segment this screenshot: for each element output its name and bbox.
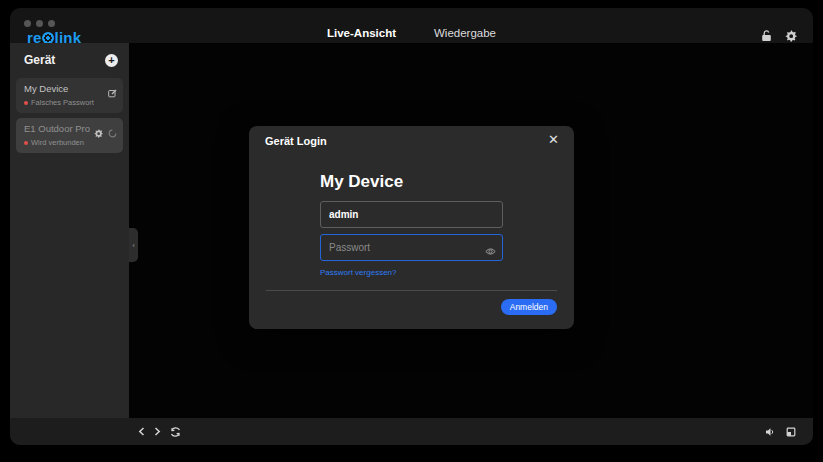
toolbar-right-controls (765, 418, 796, 445)
chevron-left-icon: ‹ (132, 241, 135, 250)
next-page-icon[interactable] (154, 427, 161, 436)
username-input[interactable] (320, 201, 503, 228)
device-status-text: Falsches Passwort (31, 98, 94, 107)
device-card-e1-outdoor-pro[interactable]: E1 Outdoor Pro Wird verbunden (16, 118, 123, 153)
modal-divider (266, 290, 557, 291)
window-close-button[interactable] (24, 20, 31, 27)
device-login-modal: Gerät Login ✕ My Device Passwort vergess… (249, 126, 574, 329)
device-status: Falsches Passwort (24, 98, 116, 107)
device-card-my-device[interactable]: My Device Falsches Passwort (16, 78, 123, 113)
titlebar-icons (761, 30, 797, 42)
device-name: My Device (24, 83, 116, 94)
forgot-password-link[interactable]: Passwort vergessen? (320, 268, 396, 277)
show-password-eye-icon[interactable] (485, 242, 496, 260)
login-button[interactable]: Anmelden (501, 299, 557, 315)
add-device-button[interactable]: + (105, 54, 118, 67)
window-zoom-button[interactable] (48, 20, 55, 27)
modal-title: Gerät Login (265, 135, 327, 147)
volume-icon[interactable] (765, 427, 775, 437)
device-sidebar: Gerät + My Device Falsches Passwort E1 O… (10, 43, 129, 418)
sidebar-header: Gerät + (10, 43, 129, 75)
window-minimize-button[interactable] (36, 20, 43, 27)
device-status-text: Wird verbunden (31, 138, 84, 147)
toolbar-left-controls (138, 418, 181, 445)
connecting-spinner-icon (108, 124, 117, 142)
previous-page-icon[interactable] (138, 427, 145, 436)
fullscreen-icon[interactable] (786, 427, 796, 437)
login-form: My Device Passwort vergessen? (320, 172, 503, 279)
password-field-wrapper (320, 234, 503, 261)
unlock-icon[interactable] (761, 30, 772, 42)
device-name-heading: My Device (320, 172, 503, 192)
device-card-icons (108, 84, 117, 102)
status-dot-icon (24, 101, 28, 105)
sidebar-collapse-handle[interactable]: ‹ (129, 228, 138, 262)
close-icon[interactable]: ✕ (546, 131, 561, 148)
sidebar-title: Gerät (24, 53, 55, 67)
refresh-icon[interactable] (170, 427, 181, 437)
playback-toolbar (10, 418, 813, 445)
device-card-icons (94, 124, 117, 142)
password-input[interactable] (320, 234, 503, 261)
edit-device-icon[interactable] (108, 84, 117, 102)
settings-gear-icon[interactable] (785, 30, 797, 42)
window-controls (24, 20, 55, 27)
device-settings-gear-icon[interactable] (94, 124, 103, 142)
status-dot-icon (24, 141, 28, 145)
